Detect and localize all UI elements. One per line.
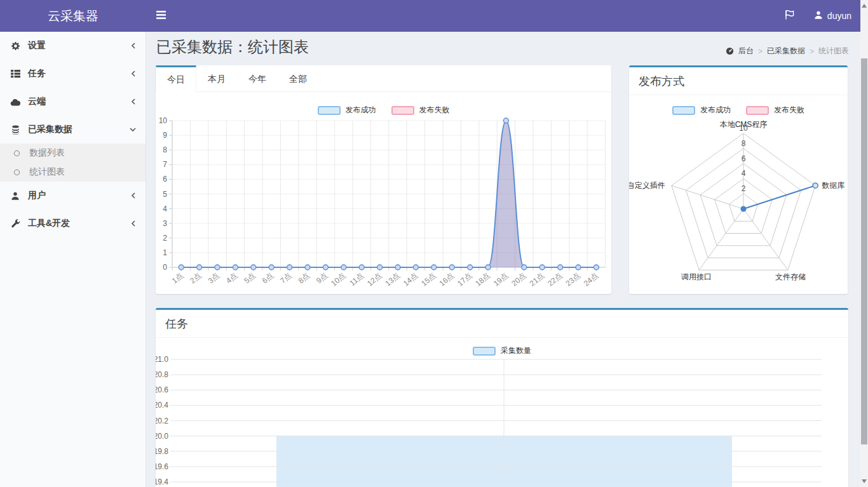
svg-text:2: 2: [163, 234, 167, 243]
sidebar-item-label: 已采集数据: [28, 124, 122, 135]
svg-text:7: 7: [163, 160, 167, 169]
legend-swatch-blue: [473, 347, 496, 356]
sidebar-item-tasks[interactable]: 任务: [0, 60, 146, 88]
sidebar-item-label: 用户: [28, 190, 123, 201]
navbar-right: duyun: [785, 0, 851, 32]
circle-icon: [11, 169, 22, 176]
breadcrumb-separator: >: [758, 47, 763, 56]
user-menu[interactable]: duyun: [814, 10, 851, 22]
chevron-left-icon: [130, 98, 137, 105]
breadcrumb-collected-data[interactable]: 已采集数据: [767, 46, 805, 57]
legend-publish-success[interactable]: 发布成功: [672, 105, 731, 116]
svg-text:自定义插件: 自定义插件: [629, 181, 665, 190]
chevron-left-icon: [130, 220, 137, 227]
sidebar-subitem-label: 数据列表: [29, 147, 65, 159]
svg-text:19.8: 19.8: [156, 447, 168, 456]
svg-text:3点: 3点: [207, 271, 221, 286]
page-scrollbar[interactable]: [860, 0, 868, 487]
hourly-publish-line-chart: 0123456789101点2点3点4点5点6点7点8点9点10点11点12点1…: [156, 117, 611, 293]
legend-label: 发布失败: [774, 105, 804, 116]
svg-text:20.6: 20.6: [156, 385, 168, 394]
legend-swatch-pink: [391, 106, 414, 115]
sidebar-item-label: 工具&开发: [28, 218, 123, 229]
legend-collect-count[interactable]: 采集数量: [473, 345, 531, 356]
tasks-card-title: 任务: [165, 316, 188, 331]
page-title: 已采集数据：统计图表: [156, 37, 309, 57]
legend-publish-fail[interactable]: 发布失败: [391, 105, 450, 116]
chevron-down-icon: [129, 126, 137, 133]
tasks-card: 任务 采集数量 21.020.820.620.420.220.019.819.6…: [156, 308, 848, 487]
breadcrumb-backend[interactable]: 后台: [738, 46, 754, 57]
legend-label: 发布成功: [700, 105, 731, 116]
breadcrumb: 后台 > 已采集数据 > 统计图表: [726, 46, 849, 57]
sidebar-item-collected-data[interactable]: 已采集数据: [0, 116, 146, 143]
sidebar-item-settings[interactable]: 设置: [0, 32, 146, 60]
scrollbar-thumb[interactable]: [861, 58, 867, 444]
legend-publish-fail[interactable]: 发布失败: [746, 105, 804, 116]
chevron-left-icon: [130, 192, 137, 199]
sidebar-subitem-data-list[interactable]: 数据列表: [0, 143, 146, 163]
bar-chart-legend: 采集数量: [156, 345, 848, 356]
brand-title: 云采集器: [48, 8, 98, 25]
sidebar-item-tools-dev[interactable]: 工具&开发: [0, 210, 146, 237]
app-page: 云采集器 duyun: [0, 0, 868, 487]
svg-text:0: 0: [163, 263, 167, 272]
sidebar-item-label: 设置: [28, 40, 123, 51]
svg-text:本地CMS程序: 本地CMS程序: [719, 120, 768, 129]
tab-this-year[interactable]: 今年: [237, 65, 278, 91]
legend-swatch-blue: [672, 106, 695, 115]
publish-card-header: 发布方式: [629, 67, 848, 95]
sidebar-subitem-label: 统计图表: [29, 166, 65, 178]
svg-text:19.6: 19.6: [156, 462, 168, 471]
svg-text:6: 6: [742, 154, 746, 163]
legend-swatch-blue: [318, 106, 341, 115]
svg-text:20.8: 20.8: [156, 370, 168, 379]
breadcrumb-separator: >: [810, 47, 814, 56]
svg-text:5点: 5点: [242, 271, 257, 286]
svg-text:6: 6: [163, 175, 167, 183]
svg-text:6点: 6点: [261, 271, 275, 286]
svg-text:13点: 13点: [384, 271, 402, 288]
legend-publish-success[interactable]: 发布成功: [318, 105, 376, 116]
svg-text:10: 10: [159, 117, 168, 125]
svg-text:10点: 10点: [329, 271, 347, 288]
chevron-left-icon: [130, 70, 137, 77]
svg-text:21点: 21点: [528, 271, 546, 288]
circle-icon: [11, 150, 22, 157]
svg-text:14点: 14点: [402, 271, 419, 288]
tasks-card-header: 任务: [156, 310, 848, 338]
sidebar-item-cloud[interactable]: 云端: [0, 88, 146, 116]
svg-text:1: 1: [163, 248, 167, 257]
flag-menu[interactable]: [785, 10, 795, 22]
line-chart-legend: 发布成功 发布失败: [156, 105, 611, 116]
chevron-left-icon: [130, 42, 137, 50]
svg-text:2点: 2点: [188, 271, 203, 286]
scrollbar-down-arrow[interactable]: [860, 477, 868, 486]
sidebar-item-label: 任务: [28, 68, 123, 79]
legend-swatch-pink: [746, 106, 769, 115]
svg-text:19.4: 19.4: [156, 477, 168, 486]
sidebar-toggle-button[interactable]: [146, 0, 175, 32]
sidebar: 设置 任务 云端 已采集数据: [0, 32, 146, 487]
svg-text:17点: 17点: [456, 271, 473, 288]
scrollbar-up-arrow[interactable]: [860, 1, 868, 10]
sidebar-item-users[interactable]: 用户: [0, 182, 146, 210]
publish-method-radar-chart: 246810本地CMS程序数据库文件存储调用接口自定义插件: [629, 119, 848, 292]
svg-text:数据库: 数据库: [822, 181, 844, 190]
svg-text:22点: 22点: [546, 271, 564, 288]
brand-logo[interactable]: 云采集器: [0, 0, 146, 32]
svg-text:9: 9: [163, 131, 167, 140]
sidebar-subitem-stats-chart[interactable]: 统计图表: [0, 163, 146, 182]
svg-text:9点: 9点: [315, 271, 329, 286]
svg-text:调用接口: 调用接口: [681, 272, 712, 281]
tab-today[interactable]: 今日: [156, 65, 196, 92]
svg-text:4: 4: [163, 204, 167, 213]
svg-text:2: 2: [742, 184, 746, 193]
svg-text:8: 8: [742, 139, 746, 148]
svg-text:20点: 20点: [510, 271, 527, 288]
tab-this-month[interactable]: 本月: [196, 65, 237, 91]
svg-text:4点: 4点: [224, 271, 239, 286]
svg-text:3: 3: [163, 219, 167, 228]
wrench-icon: [10, 219, 21, 229]
tab-all[interactable]: 全部: [278, 65, 318, 91]
